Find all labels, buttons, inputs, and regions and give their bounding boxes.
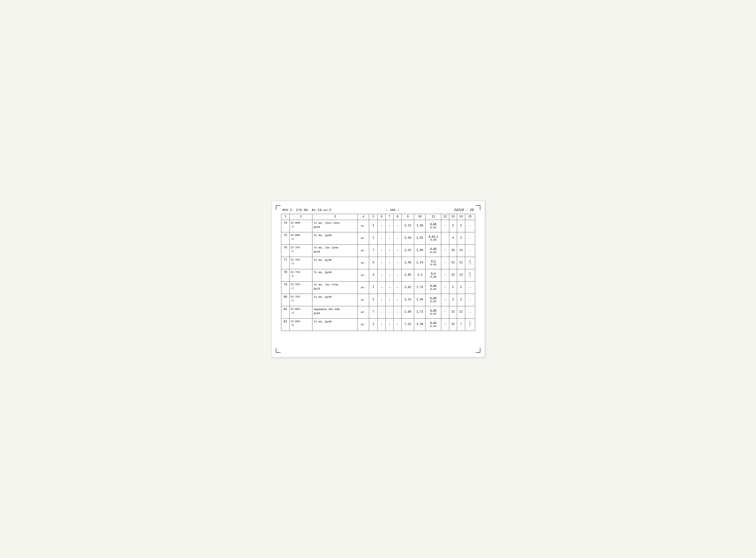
cell-desc: То же, Ду80: [312, 269, 358, 281]
cell-desc: То же, Ду80: [312, 318, 358, 331]
cell-col5: 4: [369, 269, 377, 281]
cell-col14: 3: [457, 232, 465, 245]
cell-col10: I,86: [414, 220, 425, 232]
cell-col12: –: [441, 269, 449, 281]
cell-col12: –: [441, 318, 449, 331]
cell-col5: 5: [369, 257, 377, 269]
cell-col8: –: [393, 294, 401, 306]
cell-col7: –: [386, 257, 393, 269]
cell-code: I2-79I- -5: [290, 269, 312, 281]
cell-col15: –: [465, 281, 475, 294]
cell-code: I2-79I- -3: [290, 257, 312, 269]
cell-col7: –: [386, 306, 393, 318]
cell-id: 78: [281, 269, 290, 281]
cell-col11: 0,320,04: [425, 318, 441, 331]
cell-col9: 2,02: [401, 281, 414, 294]
cell-col9: 3,85: [401, 269, 414, 281]
cell-id: 80: [281, 294, 290, 306]
corner-mark-tr: [475, 205, 480, 210]
cell-col8: –: [393, 281, 401, 294]
col-header-15: 15: [465, 214, 475, 220]
cell-col7: –: [386, 232, 393, 245]
cell-unit: шт.: [358, 281, 369, 294]
cell-code: I2-800- -3: [290, 232, 312, 245]
cell-col6: –: [377, 257, 386, 269]
cell-unit: шт.: [358, 269, 369, 281]
table-row: 77I2-79I- -3То же, Ду50шт.5–––2,482,I40,…: [281, 257, 475, 269]
cell-col11: 0,060,0I: [425, 281, 441, 294]
cell-col8: –: [393, 257, 401, 269]
table-row: 78I2-79I- -5То же, Ду80шт.4–––3,853,20,4…: [281, 269, 475, 281]
cell-unit: шт.: [358, 257, 369, 269]
cell-col14: I3: [457, 269, 465, 281]
cell-col12: [441, 232, 449, 245]
cell-id: 82: [281, 318, 290, 331]
col-header-7: 7: [386, 214, 393, 220]
cell-col7: –: [386, 318, 393, 331]
cell-col15: –: [465, 306, 475, 318]
cell-id: 75: [281, 232, 290, 245]
cell-col15: I–: [465, 257, 475, 269]
cell-desc: То же, I5с 22нж Ду40: [312, 245, 358, 257]
cell-id: 76: [281, 245, 290, 257]
cell-col7: –: [386, 281, 393, 294]
doc-code-right: 24218 - 26: [454, 208, 474, 212]
cell-col12: –: [441, 281, 449, 294]
cell-col9: 2,23: [401, 294, 414, 306]
cell-col13: 2: [449, 294, 457, 306]
cell-col11: 0,060,0I: [425, 306, 441, 318]
cell-desc: То же, Ду50: [312, 257, 358, 269]
corner-mark-br: [475, 348, 480, 353]
cell-col11: 0,40,08: [425, 269, 441, 281]
cell-col14: I2: [457, 306, 465, 318]
cell-col7: –: [386, 294, 393, 306]
cell-col6: –: [377, 294, 386, 306]
cell-col10: I,75: [414, 281, 425, 294]
cell-id: 74: [281, 220, 290, 232]
cell-desc: То же, I5кч I6пI Ду50: [312, 220, 358, 232]
cell-col13: I6: [449, 245, 457, 257]
cell-col13: 2: [449, 220, 457, 232]
cell-col10: 2,9I: [414, 232, 425, 245]
cell-col13: 4: [449, 232, 457, 245]
cell-col9: 7,52: [401, 318, 414, 331]
cell-desc: Задвижка 30ч 6бр Ду50: [312, 306, 358, 318]
cell-col14: 2: [457, 281, 465, 294]
cell-id: 77: [281, 257, 290, 269]
cell-col5: I: [369, 220, 377, 232]
table-row: 79I2-79I- -IТо же, I5с 27нж Ду25шт.I–––2…: [281, 281, 475, 294]
col-header-8: 8: [393, 214, 401, 220]
cell-col14: 2: [457, 220, 465, 232]
cell-col11: 0,34 +0,05: [425, 232, 441, 245]
cell-col6: –: [377, 318, 386, 331]
col-header-6: 6: [377, 214, 386, 220]
col-header-1: 1: [281, 214, 290, 220]
cell-col9: 2,08: [401, 306, 414, 318]
cell-col15: –: [465, 294, 475, 306]
cell-col8: –: [393, 245, 401, 257]
cell-col6: –: [377, 306, 386, 318]
cell-col9: 2,23: [401, 245, 414, 257]
table-row: 76I2-79I- -2То же, I5с 22нж Ду40шт.7–––2…: [281, 245, 475, 257]
col-header-11: 11: [425, 214, 441, 220]
cell-col8: –: [393, 306, 401, 318]
cell-col15: 2–: [465, 269, 475, 281]
page-header: 903-I- 278.90. Ал.I8,кн.5 — 346 — 24218 …: [281, 208, 475, 212]
cell-col13: I5: [449, 306, 457, 318]
cell-col6: –: [377, 269, 386, 281]
cell-col5: I: [369, 232, 377, 245]
cell-col5: 2: [369, 318, 377, 331]
cell-unit: шт.: [358, 306, 369, 318]
cell-col10: I,95: [414, 294, 425, 306]
cell-col8: –: [393, 232, 401, 245]
table-row: 74I2-800- -2То же, I5кч I6пI Ду50шт.I–––…: [281, 220, 475, 232]
cell-col13: I5: [449, 318, 457, 331]
cell-col15: I–: [465, 318, 475, 331]
cell-desc: То же, Ду80: [312, 232, 358, 245]
cell-col13: I5: [449, 269, 457, 281]
corner-mark-tl: [276, 205, 281, 210]
cell-col15: –: [465, 232, 475, 245]
cell-col6: –: [377, 281, 386, 294]
main-table: 1 2 3 4 5 6 7 8 9 10 11 12 13 14 15 74I2…: [281, 214, 475, 331]
doc-code-left: 903-I- 278.90. Ал.I8,кн.5: [282, 208, 332, 212]
